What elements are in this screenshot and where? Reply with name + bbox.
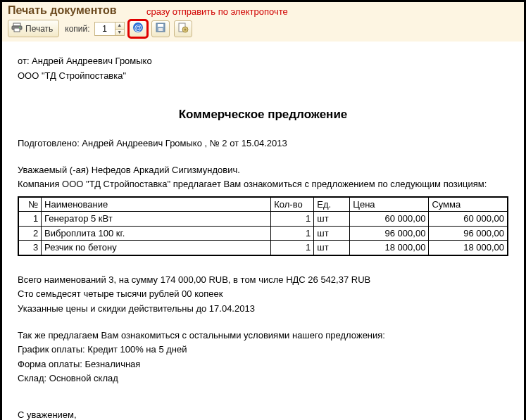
prepared-line: Подготовлено: Андрей Андреевич Громыко ,…	[18, 137, 508, 150]
printer-icon	[11, 22, 23, 35]
floppy-icon	[155, 22, 166, 35]
regards: С уважением,	[18, 409, 508, 420]
document-title: Коммерческое предложение	[18, 107, 508, 123]
print-window: сразу отправить по электропочте Печать д…	[0, 0, 526, 420]
table-row: 1 Генератор 5 кВт 1 шт 60 000,00 60 000,…	[18, 212, 508, 227]
pay-schedule: График оплаты: Кредит 100% на 5 дней	[18, 343, 508, 356]
table-row: 2 Виброплита 100 кг. 1 шт 96 000,00 96 0…	[18, 226, 508, 241]
spinner-down-icon[interactable]: ▼	[115, 29, 124, 35]
svg-point-11	[184, 29, 186, 31]
svg-rect-2	[14, 28, 20, 32]
total-line: Всего наименований 3, на сумму 174 000,0…	[18, 274, 508, 286]
intro-line: Компания ООО "ТД Стройпоставка" предлага…	[18, 178, 508, 191]
greeting-line: Уважаемый (-ая) Нефедов Аркадий Сигизмун…	[18, 164, 508, 177]
th-qty: Кол-во	[271, 197, 314, 212]
svg-point-3	[19, 27, 20, 28]
svg-rect-7	[158, 24, 163, 27]
copies-spinner[interactable]: ▲ ▼	[94, 22, 125, 36]
svg-text:@: @	[134, 23, 142, 32]
warehouse: Склад: Основной склад	[18, 372, 508, 385]
items-table: № Наименование Кол-во Ед. Цена Сумма 1 Г…	[18, 196, 508, 256]
from-line: от: Андрей Андреевич Громыко	[18, 55, 508, 68]
conditions-intro: Так же предлагаем Вам ознакомиться с ост…	[18, 329, 508, 342]
company-line: ООО "ТД Стройпоставка"	[18, 70, 508, 82]
annotation-label: сразу отправить по электропочте	[146, 6, 288, 17]
th-sum: Сумма	[429, 197, 508, 212]
svg-rect-0	[13, 23, 20, 26]
copies-input[interactable]	[95, 23, 115, 35]
toolbar: Печать копий: ▲ ▼ @	[2, 17, 524, 42]
th-unit: Ед.	[314, 197, 350, 212]
spinner-up-icon[interactable]: ▲	[115, 23, 124, 29]
th-name: Наименование	[42, 197, 271, 212]
print-button[interactable]: Печать	[8, 20, 59, 37]
email-icon: @	[132, 22, 144, 35]
amount-words: Сто семьдесят четыре тысячи рублей 00 ко…	[18, 288, 508, 300]
document-body: от: Андрей Андреевич Громыко ООО "ТД Стр…	[2, 42, 524, 420]
th-n: №	[18, 197, 42, 212]
valid-line: Указанные цены и скидки действительны до…	[18, 303, 508, 315]
send-email-button[interactable]: @	[129, 20, 147, 37]
page-settings-icon	[177, 22, 189, 35]
svg-rect-8	[158, 28, 163, 31]
copies-label: копий:	[65, 24, 89, 34]
th-price: Цена	[350, 197, 429, 212]
settings-button[interactable]	[174, 20, 192, 37]
pay-form: Форма оплаты: Безналичная	[18, 358, 508, 371]
table-header-row: № Наименование Кол-во Ед. Цена Сумма	[18, 197, 508, 212]
print-button-label: Печать	[25, 24, 53, 34]
table-row: 3 Резчик по бетону 1 шт 18 000,00 18 000…	[18, 241, 508, 255]
save-button[interactable]	[151, 20, 170, 37]
